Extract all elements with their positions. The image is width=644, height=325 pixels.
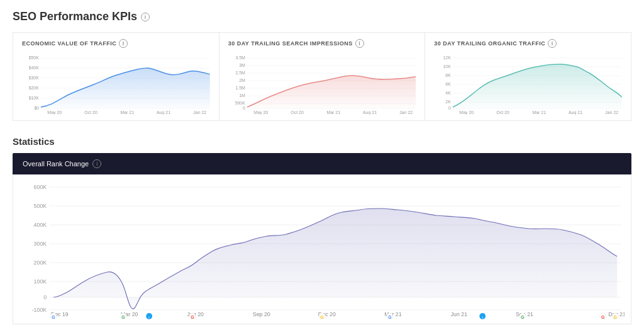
statistics-title: Statistics [13,136,631,147]
svg-text:600K: 600K [34,184,47,190]
svg-text:Jun 21: Jun 21 [451,311,468,317]
svg-text:G: G [614,314,617,319]
svg-text:Aug 21: Aug 21 [569,110,582,115]
svg-text:1M: 1M [239,93,245,98]
kpi-info-icon-economic[interactable]: i [119,39,128,48]
kpi-card-economic-value: ECONOMIC VALUE OF TRAFFIC i $50K $40K $3… [13,32,219,121]
svg-text:G: G [320,314,323,319]
svg-text:200K: 200K [34,259,47,266]
svg-text:May 20: May 20 [253,110,268,115]
svg-text:Aug 21: Aug 21 [363,110,377,115]
svg-text:$30K: $30K [29,76,40,80]
kpi-label-impressions: 30 DAY TRAILING SEARCH IMPRESSIONS i [228,39,416,48]
svg-text:3.5M: 3.5M [235,55,245,60]
kpi-card-search-impressions: 30 DAY TRAILING SEARCH IMPRESSIONS i 3.5… [219,32,426,121]
stats-chart-title: Overall Rank Change [23,160,89,168]
svg-text:400K: 400K [34,222,47,228]
svg-text:G: G [601,314,604,319]
stats-chart-header: Overall Rank Change i [13,153,631,174]
svg-text:$50K: $50K [29,55,40,60]
stats-info-icon[interactable]: i [92,159,101,168]
main-chart: 600K 500K 400K 300K 200K 100K 0 -100K De… [19,181,625,319]
kpi-label-organic: 30 DAY TRAILING ORGANIC TRAFFIC i [434,39,622,48]
svg-text:Jan 22: Jan 22 [193,110,206,115]
svg-text:2.5M: 2.5M [235,71,245,75]
svg-text:Oct 20: Oct 20 [84,110,97,115]
svg-text:G: G [191,314,194,319]
svg-text:0: 0 [243,106,245,110]
svg-text:Sep 20: Sep 20 [253,311,270,317]
kpi-chart-organic: 12K 10K 8K 6K 4K 2K 0 May 20 Oct 20 Mar … [434,52,622,115]
svg-text:Aug 21: Aug 21 [157,110,170,115]
svg-text:3M: 3M [239,63,245,67]
main-chart-container: 600K 500K 400K 300K 200K 100K 0 -100K De… [13,174,631,324]
svg-text:$20K: $20K [29,86,40,90]
page-title-text: SEO Performance KPIs [13,10,137,23]
svg-text:2K: 2K [446,100,452,104]
svg-text:Jan 22: Jan 22 [606,110,619,115]
svg-text:0: 0 [448,106,451,110]
kpi-chart-impressions: 3.5M 3M 2.5M 2M 1.5M 1M 500K 0 May 20 Oc… [228,52,416,115]
svg-text:Jan 22: Jan 22 [399,110,413,115]
svg-text:4K: 4K [446,91,452,95]
svg-text:-100K: -100K [32,307,47,313]
svg-text:300K: 300K [34,241,47,247]
page-title: SEO Performance KPIs i [13,10,631,23]
svg-text:$40K: $40K [29,66,40,70]
svg-text:May 20: May 20 [47,110,62,115]
svg-text:1.5M: 1.5M [235,86,245,90]
svg-text:Oct 20: Oct 20 [291,110,304,115]
svg-text:Mar 21: Mar 21 [533,110,547,115]
kpi-chart-economic: $50K $40K $30K $20K $10K $0 May 20 Oct 2… [22,52,210,115]
svg-text:G: G [521,314,524,319]
svg-text:500K: 500K [235,101,245,105]
svg-text:2M: 2M [239,78,245,83]
svg-text:Mar 21: Mar 21 [326,110,340,115]
svg-text:G: G [52,314,55,319]
kpi-info-icon-impressions[interactable]: i [355,39,364,48]
svg-text:$0: $0 [34,106,39,110]
svg-text:G: G [388,314,391,319]
svg-text:10K: 10K [443,64,452,69]
kpi-section: ECONOMIC VALUE OF TRAFFIC i $50K $40K $3… [13,32,631,121]
svg-text:Oct 20: Oct 20 [497,110,510,115]
svg-text:6K: 6K [446,82,452,86]
kpi-label-economic: ECONOMIC VALUE OF TRAFFIC i [22,39,210,48]
svg-text:0: 0 [43,294,47,300]
svg-text:Mar 21: Mar 21 [120,110,134,115]
kpi-info-icon-organic[interactable]: i [548,39,557,48]
statistics-section: Statistics Overall Rank Change i 600K 50 [13,136,631,324]
kpi-card-organic-traffic: 30 DAY TRAILING ORGANIC TRAFFIC i 12K 10… [425,32,631,121]
svg-text:$10K: $10K [29,96,40,100]
svg-text:G: G [121,314,125,319]
svg-text:May 20: May 20 [460,110,474,115]
svg-text:12K: 12K [443,55,452,60]
svg-text:500K: 500K [34,203,47,209]
svg-text:100K: 100K [34,278,47,285]
svg-text:8K: 8K [446,73,452,77]
page-title-info-icon[interactable]: i [141,13,150,21]
